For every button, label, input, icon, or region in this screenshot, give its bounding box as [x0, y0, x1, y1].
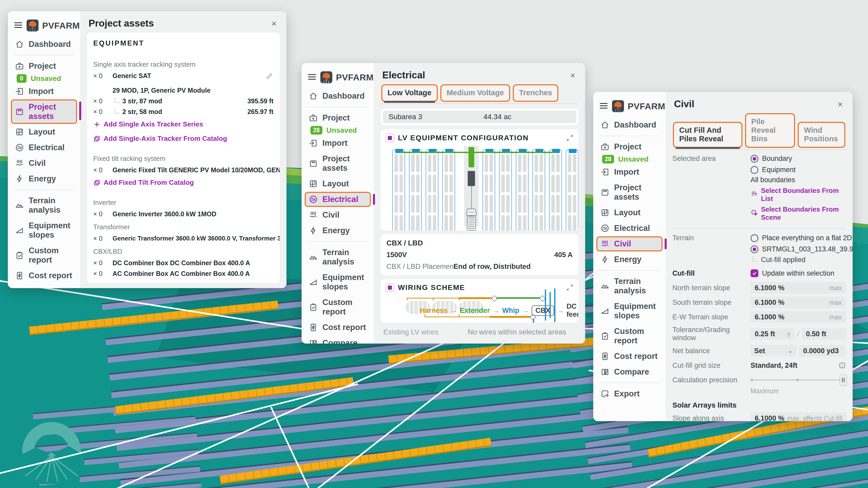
net-balance-select[interactable]: Set ⌄	[750, 345, 796, 357]
sidebar-item-equipment-slopes[interactable]: Equipment slopes	[11, 218, 77, 242]
sidebar-item-export[interactable]: Export	[596, 386, 662, 401]
info-icon[interactable]	[839, 362, 846, 369]
tracker-column[interactable]	[549, 149, 562, 231]
ew-slope-input[interactable]: 6.1000 % max	[750, 311, 846, 323]
sidebar-item-project-assets[interactable]: Project assets	[11, 99, 77, 124]
sidebar-item-compare[interactable]: Compare	[11, 284, 77, 288]
sidebar-item-dashboard[interactable]: Dashboard	[305, 89, 371, 104]
sidebar-item-import[interactable]: Import	[305, 136, 371, 151]
tab-pile-reveal-bins[interactable]: Pile Reveal Bins	[745, 113, 795, 148]
sidebar-item-project-assets[interactable]: Project assets	[596, 180, 662, 204]
sidebar-item-cost-report[interactable]: Cost report	[11, 268, 77, 283]
expand-icon[interactable]	[566, 134, 574, 142]
add-equipment-from-catalog-button[interactable]: Add Equipment From Catalog	[93, 282, 274, 283]
tolerance-min-input[interactable]: 0.25 ft ±	[750, 328, 795, 340]
sidebar-item-layout[interactable]: Layout	[305, 176, 371, 191]
equipment-row-transformer[interactable]: × 0 Generic Transformer 3600.0 kW 36000.…	[93, 235, 274, 242]
tab-low-voltage[interactable]: Low Voltage	[381, 84, 438, 102]
sidebar-item-electrical[interactable]: Electrical	[596, 221, 662, 236]
menu-icon[interactable]	[307, 73, 317, 82]
sidebar-item-cost-report[interactable]: Cost report	[305, 320, 371, 335]
net-balance-input[interactable]: 0.0000 yd3	[799, 345, 846, 357]
sidebar-item-custom-report[interactable]: Custom report	[305, 295, 371, 319]
slope-along-axis-input[interactable]: 6.1000 % max, affects Cut-fill	[750, 413, 846, 421]
sidebar-item-electrical[interactable]: Electrical	[11, 140, 77, 155]
add-sat-series-button[interactable]: Add Single Axis Tracker Series	[93, 120, 274, 128]
tab-cut-fill-piles-reveal[interactable]: Cut Fill And Piles Reveal	[673, 122, 742, 148]
tracker-column[interactable]	[409, 149, 422, 231]
tolerance-max-input[interactable]: 0.50 ft	[802, 328, 846, 340]
equipment-row-generic-sat[interactable]: × 0 Generic SAT	[93, 72, 274, 82]
sidebar-item-custom-report[interactable]: Custom report	[11, 243, 77, 267]
tracker-column[interactable]	[532, 149, 545, 231]
close-icon[interactable]: ×	[568, 70, 577, 80]
north-slope-input[interactable]: 6.1000 % max	[750, 282, 846, 294]
sidebar-item-equipment-slopes[interactable]: Equipment slopes	[305, 270, 371, 294]
close-icon[interactable]: ×	[269, 19, 279, 28]
close-icon[interactable]: ×	[835, 99, 845, 109]
sidebar-item-project-assets[interactable]: Project assets	[305, 151, 371, 176]
sidebar-item-energy[interactable]: Energy	[11, 171, 77, 186]
sidebar-item-project[interactable]: Project	[596, 139, 662, 154]
sidebar-item-energy[interactable]: Energy	[596, 252, 662, 267]
sidebar-item-project[interactable]: Project	[11, 59, 77, 74]
section-checkbox[interactable]	[385, 133, 394, 142]
sidebar-item-civil[interactable]: Civil	[11, 156, 77, 171]
sidebar-item-project[interactable]: Project	[305, 110, 371, 125]
section-checkbox[interactable]	[385, 283, 394, 292]
sidebar-item-civil[interactable]: Civil	[305, 207, 371, 223]
equipment-subrow[interactable]: × 0 3 str, 87 mod 395.59 ft	[93, 97, 274, 105]
edit-pencil-icon[interactable]	[266, 72, 274, 82]
radio-flat-plane[interactable]: Place everything on a flat 2D plane	[750, 234, 852, 242]
sidebar-item-cost-report[interactable]: Cost report	[596, 349, 662, 364]
sidebar-item-layout[interactable]: Layout	[11, 124, 77, 139]
radio-boundary[interactable]: Boundary	[750, 155, 846, 163]
lv-configuration-diagram[interactable]	[391, 146, 568, 226]
sidebar-item-terrain-analysis[interactable]: Terrain analysis	[11, 193, 77, 218]
whip-wire	[533, 319, 534, 323]
tracker-column[interactable]	[566, 149, 579, 231]
equipment-subrow[interactable]: × 0 2 str, 58 mod 265.97 ft	[93, 108, 274, 116]
sidebar-item-import[interactable]: Import	[11, 84, 77, 99]
menu-icon[interactable]	[599, 101, 608, 111]
expand-icon[interactable]	[566, 284, 574, 292]
equipment-row-dc-combiner[interactable]: × 0 DC Combiner Box DC Combiner Box 400.…	[93, 259, 274, 267]
select-boundaries-from-list-link[interactable]: Select Boundaries From List	[750, 187, 846, 203]
sidebar-item-civil[interactable]: Civil	[596, 236, 662, 252]
sidebar-item-custom-report[interactable]: Custom report	[596, 324, 662, 348]
radio-equipment[interactable]: Equipment	[750, 166, 846, 174]
sidebar-item-electrical[interactable]: Electrical	[305, 192, 371, 207]
sidebar-item-energy[interactable]: Energy	[305, 223, 371, 238]
select-boundaries-from-scene-link[interactable]: Select Boundaries From Scene	[750, 205, 846, 222]
south-slope-input[interactable]: 6.1000 % max	[750, 297, 846, 308]
sidebar-item-import[interactable]: Import	[596, 164, 662, 180]
equipment-row-ac-combiner[interactable]: × 0 AC Combiner Box AC Combiner Box 400.…	[93, 270, 274, 278]
radio-terrain-tif[interactable]: SRTMGL1_003_113.48_39.98.tif	[750, 245, 852, 253]
sidebar-item-layout[interactable]: Layout	[596, 205, 662, 220]
tracker-column[interactable]	[516, 149, 529, 231]
tracker-column[interactable]	[499, 149, 512, 231]
tracker-column[interactable]	[442, 149, 455, 231]
sidebar-item-equipment-slopes[interactable]: Equipment slopes	[596, 299, 662, 323]
sidebar-item-dashboard[interactable]: Dashboard	[11, 37, 77, 52]
sidebar-item-compare[interactable]: Compare	[305, 335, 371, 344]
sidebar-item-terrain-analysis[interactable]: Terrain analysis	[596, 274, 662, 298]
precision-slider[interactable]	[750, 375, 846, 385]
equipment-row-inverter[interactable]: × 0 Generic Inverter 3600.0 kW 1MOD	[93, 210, 274, 218]
sidebar-item-terrain-analysis[interactable]: Terrain analysis	[305, 245, 371, 269]
tab-trenches[interactable]: Trenches	[513, 84, 558, 102]
sidebar-item-compare[interactable]: Compare	[596, 364, 662, 380]
equipment-row-fixed-tilt[interactable]: × 0 Generic Fixed Tilt GENERIC PV Model …	[93, 166, 274, 174]
update-within-selection-checkbox[interactable]: Update within selection	[750, 269, 846, 278]
sidebar-item-dashboard[interactable]: Dashboard	[596, 118, 662, 132]
slider-handle[interactable]	[840, 375, 847, 386]
subarea-row[interactable]: Subarea 3 44.34 ac	[383, 110, 576, 123]
menu-icon[interactable]	[13, 21, 23, 30]
tracker-column[interactable]	[482, 149, 495, 231]
tab-wind-positions[interactable]: Wind Positions	[798, 122, 845, 148]
tab-medium-voltage[interactable]: Medium Voltage	[440, 84, 510, 102]
tracker-column[interactable]	[392, 149, 405, 231]
tracker-column[interactable]	[426, 149, 439, 231]
add-fixed-tilt-from-catalog-button[interactable]: Add Fixed Tilt From Catalog	[93, 178, 274, 187]
add-sat-from-catalog-button[interactable]: Add Single-Axis Tracker From Catalog	[93, 135, 274, 142]
